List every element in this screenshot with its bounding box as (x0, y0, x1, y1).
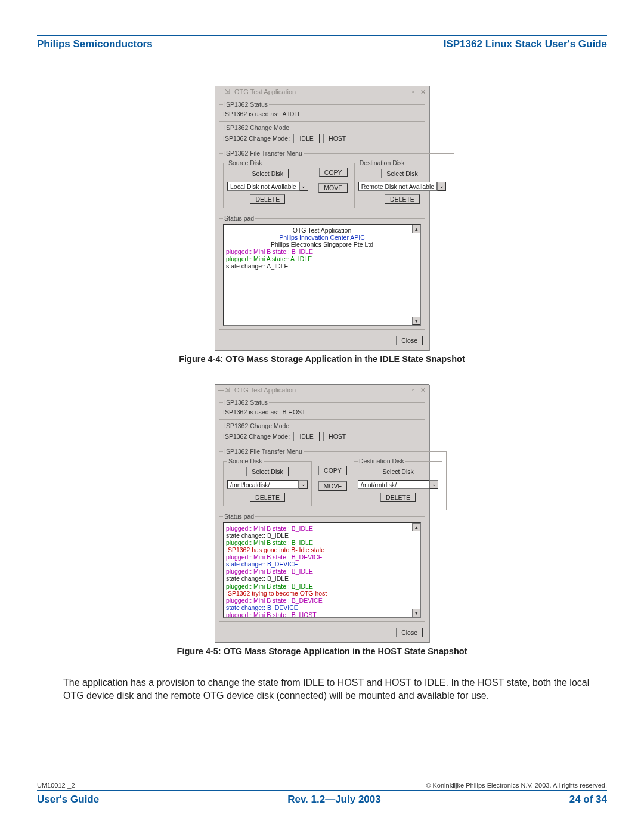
file-transfer-group: ISP1362 File Transfer Menu Source Disk S… (219, 150, 454, 212)
status-line: plugged:: Mini A state:: A_IDLE (226, 255, 418, 262)
dest-delete-button[interactable]: DELETE (380, 493, 416, 502)
mode-label: ISP1362 Change Mode: (223, 433, 290, 440)
footer-left: User's Guide (37, 794, 99, 806)
status-legend: ISP1362 Status (223, 101, 269, 108)
source-disk-input[interactable]: Local Disk not Available (227, 182, 299, 191)
mode-legend: ISP1362 Change Mode (223, 422, 290, 429)
move-button[interactable]: MOVE (318, 183, 348, 193)
close-icon[interactable]: ✕ (419, 88, 426, 95)
window-title: OTG Test Application (234, 386, 410, 394)
window-menu-icon[interactable]: — (218, 387, 224, 393)
scroll-up-icon[interactable]: ▴ (412, 523, 420, 531)
dest-disk-dropdown[interactable]: ⌄ (437, 182, 446, 191)
doc-number: UM10012-_2 (37, 782, 75, 789)
change-mode-group: ISP1362 Change Mode ISP1362 Change Mode:… (219, 422, 425, 445)
pin-icon[interactable]: ⇲ (225, 89, 231, 95)
ft-legend: ISP1362 File Transfer Menu (223, 150, 304, 157)
window-menu-icon[interactable]: — (218, 89, 224, 95)
status-line: plugged:: Mini B state:: B_IDLE (226, 248, 418, 255)
footer-center: Rev. 1.2—July 2003 (287, 794, 381, 806)
status-pad[interactable]: ▴ OTG Test ApplicationPhilips Innovation… (223, 224, 421, 326)
status-label: ISP1362 is used as: (223, 110, 278, 117)
change-mode-group: ISP1362 Change Mode ISP1362 Change Mode:… (219, 124, 425, 147)
status-value: B HOST (282, 408, 305, 416)
maximize-icon[interactable]: ▫ (410, 88, 417, 95)
status-pad-group: Status pad ▴ OTG Test ApplicationPhilips… (219, 215, 425, 330)
status-value: A IDLE (282, 110, 302, 117)
idle-button[interactable]: IDLE (293, 432, 320, 441)
status-line: plugged:: Mini B state:: B_DEVICE (226, 553, 418, 561)
status-label: ISP1362 is used as: (223, 408, 278, 416)
host-button[interactable]: HOST (323, 432, 351, 441)
close-icon[interactable]: ✕ (419, 386, 426, 394)
status-line: plugged:: Mini B state:: B_IDLE (226, 568, 418, 575)
close-button[interactable]: Close (396, 628, 423, 637)
status-group: ISP1362 Status ISP1362 is used as: A IDL… (219, 101, 425, 122)
copy-button[interactable]: COPY (319, 168, 348, 177)
status-line: plugged:: Mini B state:: B_IDLE (226, 539, 418, 546)
close-button[interactable]: Close (396, 336, 423, 345)
ft-legend: ISP1362 File Transfer Menu (223, 448, 304, 455)
window-title: OTG Test Application (234, 88, 410, 95)
status-pad[interactable]: ▴ plugged:: Mini B state:: B_IDLEstate c… (223, 522, 421, 618)
status-line: Philips Innovation Center APIC (226, 234, 418, 241)
status-line: ISP1362 has gone into B- Idle state (226, 546, 418, 553)
source-delete-button[interactable]: DELETE (250, 493, 285, 502)
source-disk-dropdown[interactable]: ⌄ (299, 480, 308, 489)
source-delete-button[interactable]: DELETE (250, 194, 285, 204)
header-left: Philips Semiconductors (37, 38, 153, 50)
mode-label: ISP1362 Change Mode: (223, 135, 290, 142)
mode-legend: ISP1362 Change Mode (223, 124, 290, 131)
status-line: OTG Test Application (226, 227, 418, 234)
status-legend: ISP1362 Status (223, 399, 269, 406)
scroll-down-icon[interactable]: ▾ (412, 609, 420, 617)
status-line: state change:: B_IDLE (226, 532, 418, 539)
dest-disk-input[interactable]: /mnt/rmtdisk/ (358, 480, 429, 489)
otg-window-host: — ⇲ OTG Test Application ▫ ✕ ISP1362 Sta… (215, 384, 429, 643)
dest-disk-group: Destination Disk Select Disk Remote Disk… (354, 159, 450, 208)
status-line: state change:: B_IDLE (226, 575, 418, 582)
move-button[interactable]: MOVE (318, 481, 348, 491)
scroll-down-icon[interactable]: ▾ (412, 317, 420, 325)
status-line: state change:: B_DEVICE (226, 561, 418, 568)
header-right: ISP1362 Linux Stack User's Guide (444, 38, 607, 50)
maximize-icon[interactable]: ▫ (410, 386, 417, 394)
dest-disk-input[interactable]: Remote Disk not Available (358, 182, 437, 191)
status-line: Philips Electronics Singapore Pte Ltd (226, 241, 418, 248)
pin-icon[interactable]: ⇲ (225, 387, 231, 393)
scroll-up-icon[interactable]: ▴ (412, 225, 420, 233)
status-line: ISP1362 trying to become OTG host (226, 590, 418, 597)
status-line: plugged:: Mini B state:: B_IDLE (226, 583, 418, 590)
dest-disk-group: Destination Disk Select Disk /mnt/rmtdis… (354, 457, 442, 506)
status-line: state change:: B_DEVICE (226, 604, 418, 611)
host-button[interactable]: HOST (323, 134, 351, 143)
idle-button[interactable]: IDLE (293, 134, 320, 143)
status-group: ISP1362 Status ISP1362 is used as: B HOS… (219, 399, 425, 420)
dest-select-button[interactable]: Select Disk (381, 169, 423, 178)
source-select-button[interactable]: Select Disk (246, 467, 289, 476)
copy-button[interactable]: COPY (318, 466, 347, 475)
status-line: plugged:: Mini B state:: B_IDLE (226, 525, 418, 532)
source-disk-group: Source Disk Select Disk /mnt/localdisk/ … (223, 457, 312, 506)
dest-select-button[interactable]: Select Disk (377, 467, 419, 476)
body-paragraph: The application has a provision to chang… (37, 676, 607, 702)
status-line: plugged:: Mini B state:: B_HOST (226, 611, 418, 618)
status-line: plugged:: Mini B state:: B_DEVICE (226, 597, 418, 604)
source-select-button[interactable]: Select Disk (247, 169, 289, 178)
figure-4-5-caption: Figure 4-5: OTG Mass Storage Application… (37, 646, 607, 656)
file-transfer-group: ISP1362 File Transfer Menu Source Disk S… (219, 448, 447, 510)
source-disk-dropdown[interactable]: ⌄ (299, 182, 308, 191)
otg-window-idle: — ⇲ OTG Test Application ▫ ✕ ISP1362 Sta… (215, 86, 429, 351)
status-line: state change:: A_IDLE (226, 262, 418, 270)
copyright: © Koninklijke Philips Electronics N.V. 2… (426, 782, 607, 789)
dest-disk-dropdown[interactable]: ⌄ (429, 480, 438, 489)
source-disk-input[interactable]: /mnt/localdisk/ (227, 480, 299, 489)
status-pad-group: Status pad ▴ plugged:: Mini B state:: B_… (219, 513, 425, 622)
dest-delete-button[interactable]: DELETE (385, 194, 420, 204)
source-disk-group: Source Disk Select Disk Local Disk not A… (223, 159, 312, 208)
figure-4-4-caption: Figure 4-4: OTG Mass Storage Application… (37, 354, 607, 364)
footer-right: 24 of 34 (569, 794, 607, 806)
